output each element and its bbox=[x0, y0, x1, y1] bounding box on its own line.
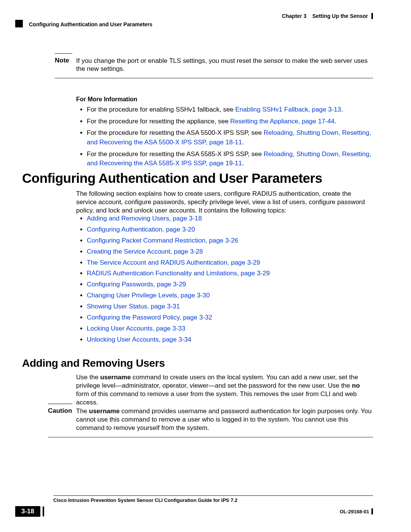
list-item: For the procedure for resetting the ASA … bbox=[87, 128, 373, 147]
adding-removing-paragraph: Use the username command to create users… bbox=[76, 373, 373, 407]
link[interactable]: Adding and Removing Users, page 3-18 bbox=[87, 215, 202, 222]
list-item: Configuring Authentication, page 3-20 bbox=[87, 224, 373, 235]
link[interactable]: Creating the Service Account, page 3-28 bbox=[87, 248, 203, 255]
list-item: Configuring the Password Policy, page 3-… bbox=[87, 312, 373, 323]
for-more-information: For More Information For the procedure f… bbox=[76, 96, 373, 171]
footer-bar-icon bbox=[371, 508, 373, 514]
list-item: Showing User Status, page 3-31 bbox=[87, 301, 373, 312]
list-item: RADIUS Authentication Functionality and … bbox=[87, 268, 373, 279]
command-keyword: username bbox=[89, 407, 119, 415]
command-keyword: username bbox=[100, 374, 131, 381]
list-item: Locking User Accounts, page 3-33 bbox=[87, 323, 373, 334]
list-item: Configuring Packet Command Restriction, … bbox=[87, 235, 373, 246]
note-rule-top bbox=[55, 53, 72, 54]
list-item: The Service Account and RADIUS Authentic… bbox=[87, 257, 373, 268]
link[interactable]: Enabling SSHv1 Fallback, page 3-13 bbox=[235, 106, 341, 113]
heading-1: Configuring Authentication and User Para… bbox=[22, 171, 322, 186]
header-square-icon bbox=[15, 20, 23, 27]
heading-2: Adding and Removing Users bbox=[22, 357, 165, 369]
document-page: Chapter 3 Setting Up the Sensor Configur… bbox=[0, 0, 411, 532]
link[interactable]: Unlocking User Accounts, page 3-34 bbox=[87, 336, 191, 343]
page-footer: Cisco Intrusion Prevention System Sensor… bbox=[15, 495, 373, 517]
link[interactable]: Configuring Authentication, page 3-20 bbox=[87, 226, 195, 233]
link[interactable]: Changing User Privilege Levels, page 3-3… bbox=[87, 292, 210, 299]
link[interactable]: Showing User Status, page 3-31 bbox=[87, 303, 180, 310]
link[interactable]: The Service Account and RADIUS Authentic… bbox=[87, 259, 260, 266]
list-item: Unlocking User Accounts, page 3-34 bbox=[87, 334, 373, 345]
list-item: Creating the Service Account, page 3-28 bbox=[87, 246, 373, 257]
for-more-information-heading: For More Information bbox=[76, 96, 373, 103]
link[interactable]: Resetting the Appliance, page 17-44 bbox=[230, 118, 335, 125]
caution-rule-top bbox=[48, 404, 72, 404]
list-item: For the procedure for resetting the ASA … bbox=[87, 150, 373, 168]
footer-bar-icon bbox=[43, 506, 44, 516]
list-item: Configuring Passwords, page 3-29 bbox=[87, 279, 373, 290]
intro-paragraph: The following section explains how to cr… bbox=[76, 190, 373, 215]
link[interactable]: Configuring Passwords, page 3-29 bbox=[87, 281, 186, 288]
footer-rule bbox=[53, 495, 373, 496]
list-item: Adding and Removing Users, page 3-18 bbox=[87, 213, 373, 224]
footer-doc-id: OL-29168-01 bbox=[340, 509, 369, 514]
list-item: For the procedure for enabling SSHv1 fal… bbox=[87, 105, 373, 115]
link[interactable]: RADIUS Authentication Functionality and … bbox=[87, 270, 270, 277]
topics-list: Adding and Removing Users, page 3-18 Con… bbox=[76, 213, 373, 345]
caution-text: The username command provides username a… bbox=[76, 407, 373, 432]
chapter-heading: Chapter 3 Setting Up the Sensor bbox=[282, 13, 368, 19]
chapter-title: Setting Up the Sensor bbox=[312, 13, 368, 19]
caution-label: Caution bbox=[48, 407, 76, 415]
link[interactable]: Configuring Packet Command Restriction, … bbox=[87, 237, 238, 244]
caution-rule-bottom bbox=[48, 437, 373, 438]
page-number: 3-18 bbox=[15, 506, 40, 517]
for-more-information-list: For the procedure for enabling SSHv1 fal… bbox=[76, 105, 373, 168]
chapter-label: Chapter 3 bbox=[282, 13, 307, 19]
note-text: If you change the port or enable TLS set… bbox=[76, 57, 373, 73]
footer-guide-title: Cisco Intrusion Prevention System Sensor… bbox=[53, 497, 373, 503]
link[interactable]: Configuring the Password Policy, page 3-… bbox=[87, 314, 212, 321]
section-title: Configuring Authentication and User Para… bbox=[29, 21, 153, 27]
link[interactable]: Locking User Accounts, page 3-33 bbox=[87, 325, 185, 332]
header-bar-icon bbox=[371, 13, 373, 19]
list-item: For the procedure for resetting the appl… bbox=[87, 117, 373, 126]
note-block: Note If you change the port or enable TL… bbox=[55, 53, 373, 79]
topics-list-container: Adding and Removing Users, page 3-18 Con… bbox=[76, 213, 373, 345]
command-keyword: no bbox=[352, 382, 360, 389]
list-item: Changing User Privilege Levels, page 3-3… bbox=[87, 290, 373, 301]
note-label: Note bbox=[55, 57, 76, 64]
caution-block: Caution The username command provides us… bbox=[48, 404, 373, 438]
note-rule-bottom bbox=[55, 78, 373, 79]
